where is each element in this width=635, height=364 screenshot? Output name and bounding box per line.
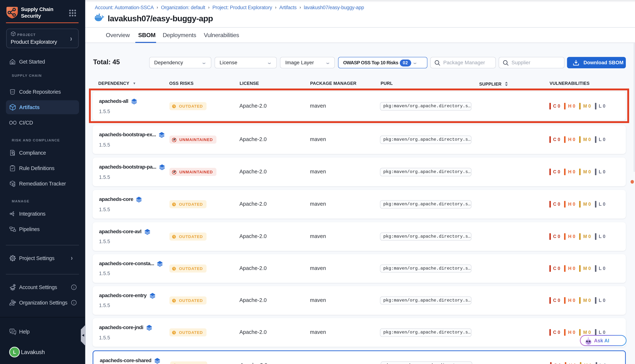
svg-text:⟨/⟩: ⟨/⟩ [11, 90, 14, 93]
svg-text:i: i [73, 286, 74, 289]
svg-text:?: ? [11, 329, 13, 332]
svg-text:i: i [73, 301, 74, 305]
